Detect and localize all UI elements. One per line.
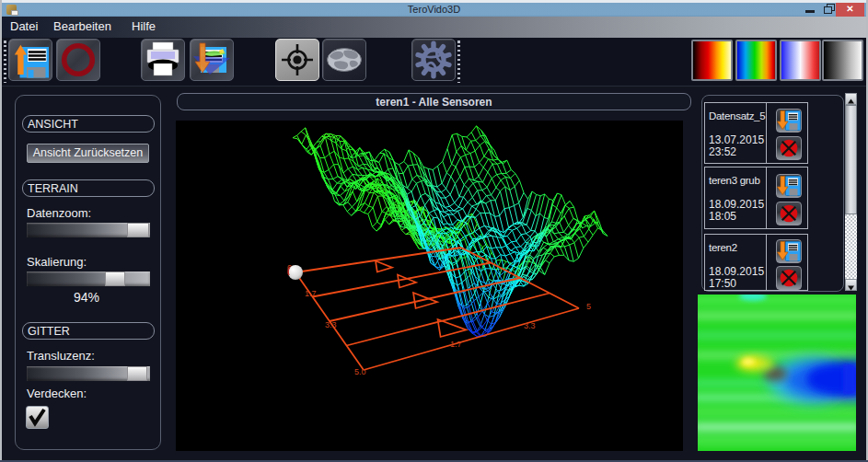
svg-text:5: 5 [586,302,591,311]
svg-text:1.7: 1.7 [305,289,317,298]
svg-text:3.3: 3.3 [325,320,337,329]
svg-text:3.3: 3.3 [524,321,536,330]
svg-text:5.0: 5.0 [354,367,366,376]
svg-text:1.7: 1.7 [450,340,462,349]
